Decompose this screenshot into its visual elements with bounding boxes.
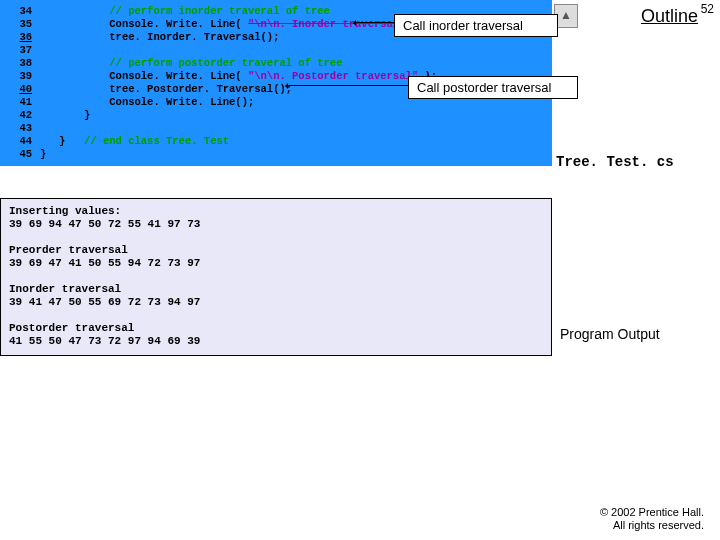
callout-postorder: Call postorder traversal — [408, 76, 578, 99]
callout-inorder: Call inorder traversal — [394, 14, 558, 37]
file-name-label: Tree. Test. cs — [556, 154, 674, 170]
arrow-icon — [288, 85, 408, 86]
arrow-icon — [356, 22, 394, 23]
slide-number: 52 — [701, 2, 714, 16]
copyright-footer: © 2002 Prentice Hall. All rights reserve… — [600, 506, 704, 532]
program-output-panel: Inserting values: 39 69 94 47 50 72 55 4… — [0, 198, 552, 356]
program-output-label: Program Output — [560, 326, 660, 342]
outline-title: Outline — [641, 6, 698, 27]
